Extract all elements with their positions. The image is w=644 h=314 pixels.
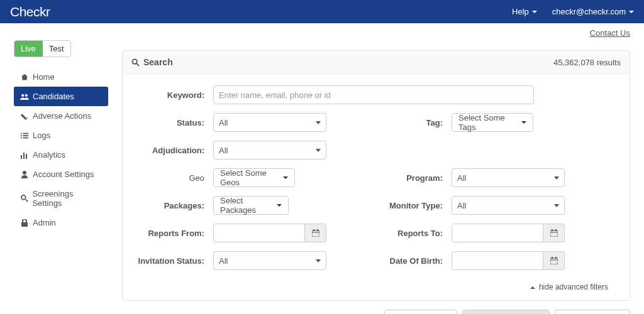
svg-rect-10: [26, 154, 27, 159]
geo-value: Select Some Geos: [220, 168, 279, 187]
label-tag: Tag:: [376, 118, 452, 127]
label-reports-to: Reports To:: [376, 229, 452, 238]
lock-icon: [20, 219, 29, 227]
svg-rect-2: [21, 133, 22, 134]
search-title: Search: [143, 57, 173, 67]
chevron-down-icon: [316, 259, 321, 263]
packages-value: Select Packages: [220, 196, 273, 215]
tab-test[interactable]: Test: [43, 41, 70, 57]
nav-home-label: Home: [33, 72, 55, 82]
label-packages: Packages:: [138, 201, 213, 210]
caret-down-icon: [277, 204, 282, 207]
user-menu[interactable]: checkr@checkr.com: [552, 7, 634, 16]
svg-rect-27: [552, 257, 553, 259]
hide-advanced-filters-link[interactable]: hide advanced filters: [138, 279, 614, 294]
nav-home[interactable]: Home: [14, 67, 108, 87]
svg-rect-23: [552, 229, 553, 231]
svg-rect-3: [23, 133, 28, 134]
export-csv-button[interactable]: Export to CSV: [555, 310, 630, 314]
caret-down-icon: [532, 11, 537, 13]
nav-account-label: Account Settings: [33, 170, 94, 179]
user-email: checkr@checkr.com: [552, 7, 626, 16]
reports-to-input[interactable]: [452, 224, 543, 242]
chevron-down-icon: [316, 149, 321, 152]
reports-from-input[interactable]: [213, 224, 305, 242]
reports-to-calendar-button[interactable]: [543, 224, 565, 242]
svg-rect-7: [23, 137, 28, 138]
nav-candidates-label: Candidates: [33, 92, 74, 101]
search-icon: [20, 195, 28, 202]
label-monitor-type: Monitor Type:: [376, 201, 452, 210]
caret-down-icon: [629, 11, 634, 13]
svg-point-0: [21, 94, 24, 96]
search-icon: [131, 58, 140, 67]
nav-analytics-label: Analytics: [33, 150, 65, 160]
manual-order-button[interactable]: Manual Order: [384, 310, 457, 314]
adjudication-select[interactable]: All: [213, 141, 326, 160]
chevron-up-icon: [530, 286, 535, 289]
svg-point-11: [23, 171, 26, 175]
help-menu[interactable]: Help: [512, 7, 537, 16]
calendar-icon: [550, 229, 558, 237]
nav-candidates[interactable]: Candidates: [14, 87, 108, 106]
users-icon: [20, 93, 29, 100]
monitor-type-value: All: [457, 201, 466, 210]
svg-rect-14: [21, 222, 28, 227]
sidebar-nav: Home Candidates Adverse Actions Logs: [14, 67, 108, 232]
wrench-icon: [20, 112, 29, 120]
program-value: All: [457, 173, 466, 183]
svg-line-16: [136, 63, 139, 66]
env-tabs: Live Test: [14, 40, 71, 57]
nav-admin[interactable]: Admin: [14, 213, 108, 232]
nav-adverse-label: Adverse Actions: [33, 111, 91, 121]
tag-select[interactable]: Select Some Tags: [452, 113, 533, 132]
dob-input[interactable]: [452, 251, 543, 270]
caret-down-icon: [521, 121, 526, 124]
tab-live[interactable]: Live: [14, 41, 43, 57]
nav-logs[interactable]: Logs: [14, 126, 108, 145]
help-label: Help: [512, 7, 529, 16]
nav-analytics[interactable]: Analytics: [14, 145, 108, 165]
svg-rect-28: [555, 257, 557, 259]
label-keyword: Keyword:: [138, 90, 213, 100]
nav-logs-label: Logs: [33, 131, 50, 140]
label-adjudication: Adjudication:: [138, 146, 213, 155]
home-icon: [20, 73, 29, 81]
packages-select[interactable]: Select Packages: [213, 196, 289, 215]
status-value: All: [219, 118, 228, 127]
action-buttons: Manual Order Invite Candidates Export to…: [122, 310, 630, 314]
chevron-down-icon: [554, 204, 559, 207]
topbar: Checkr Help checkr@checkr.com: [0, 0, 644, 23]
svg-rect-8: [21, 155, 22, 159]
keyword-input[interactable]: [213, 85, 534, 104]
nav-account[interactable]: Account Settings: [14, 165, 108, 184]
invitation-status-select[interactable]: All: [213, 251, 326, 270]
program-select[interactable]: All: [452, 168, 565, 187]
label-program: Program:: [376, 173, 452, 183]
monitor-type-select[interactable]: All: [452, 196, 565, 215]
invite-candidates-button[interactable]: Invite Candidates: [462, 310, 549, 314]
svg-rect-25: [550, 258, 558, 264]
user-icon: [20, 171, 29, 178]
contact-us-link[interactable]: Contact Us: [590, 28, 630, 38]
status-select[interactable]: All: [213, 113, 326, 132]
svg-rect-24: [555, 229, 557, 231]
geo-select[interactable]: Select Some Geos: [213, 168, 295, 187]
adjudication-value: All: [219, 146, 228, 155]
nav-admin-label: Admin: [33, 218, 56, 227]
search-panel: Search 45,362,078 results Keyword:: [122, 50, 630, 301]
chevron-down-icon: [554, 176, 559, 180]
nav-screenings[interactable]: Screenings Settings: [14, 184, 108, 213]
svg-point-15: [132, 59, 136, 63]
svg-rect-6: [21, 137, 22, 138]
list-icon: [20, 133, 29, 139]
reports-from-calendar-button[interactable]: [305, 224, 326, 242]
label-status: Status:: [138, 118, 213, 127]
svg-rect-5: [23, 135, 28, 136]
label-dob: Date Of Birth:: [376, 256, 452, 266]
brand-logo: Checkr: [10, 4, 50, 19]
dob-calendar-button[interactable]: [543, 251, 565, 270]
calendar-icon: [312, 229, 319, 237]
label-invitation-status: Invitation Status:: [138, 256, 213, 266]
nav-adverse[interactable]: Adverse Actions: [14, 106, 108, 126]
